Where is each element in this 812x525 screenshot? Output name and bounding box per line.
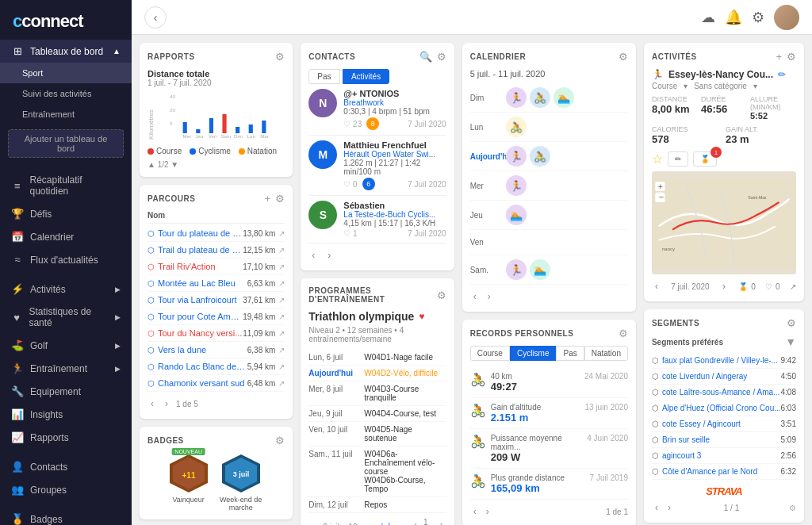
contacts-search[interactable]: 🔍	[419, 51, 432, 63]
parcours-name[interactable]: Rando Lac Blanc depu...	[158, 362, 247, 371]
sidebar-item-golf[interactable]: ⛳ Golf ▶	[0, 334, 132, 357]
parcours-name[interactable]: Trail du plateau de M...	[158, 245, 243, 255]
parcours-name[interactable]: Tour via Lanfroicourt	[158, 295, 243, 305]
sidebar-item-contacts[interactable]: 👤 Contacts	[0, 455, 132, 478]
seg-name[interactable]: cote Liverdun / Aingeray	[662, 372, 781, 381]
sidebar-item-entrainement[interactable]: 🏃 Entraînement ▶	[0, 357, 132, 380]
rec-next[interactable]: ›	[483, 504, 492, 519]
activites-add[interactable]: +	[776, 51, 782, 63]
bell-icon[interactable]: 🔔	[725, 9, 742, 26]
sidebar-item-defis[interactable]: 🏆 Défis	[0, 202, 132, 225]
parcours-settings[interactable]: ⚙	[275, 193, 285, 205]
calendrier-settings[interactable]: ⚙	[619, 51, 628, 63]
sidebar-item-suivi[interactable]: Suivi des activités	[0, 83, 132, 104]
filter-pas[interactable]: Pas	[308, 69, 339, 84]
sidebar-item-label: Entraînement	[30, 363, 87, 374]
seg-name[interactable]: cote Laître-sous-Amance / Ama...	[662, 388, 781, 397]
add-dashboard-button[interactable]: Ajouter un tableau de bord	[8, 129, 124, 158]
rec-filter-cyclisme[interactable]: Cyclisme	[510, 346, 557, 361]
records-pagination: ‹ › 1 de 1	[470, 504, 628, 519]
parcours-name[interactable]: Tour du Nancy versi...	[158, 328, 243, 338]
sidebar-item-activites[interactable]: ⚡ Activités ▶	[0, 278, 132, 301]
rapports-settings[interactable]: ⚙	[275, 51, 285, 63]
contact-activity[interactable]: Breathwork	[343, 98, 446, 107]
records-settings[interactable]: ⚙	[619, 328, 628, 339]
sidebar-item-insights[interactable]: 📊 Insights	[0, 403, 132, 426]
badges-settings[interactable]: ⚙	[275, 435, 285, 446]
cal-next[interactable]: ›	[485, 289, 494, 304]
share-icon[interactable]: ↗	[790, 282, 796, 291]
seg-prev[interactable]: ‹	[652, 500, 661, 515]
act-prev[interactable]: ‹	[652, 279, 661, 293]
arrow-icon: ↗	[278, 246, 285, 255]
prog-next[interactable]: ›	[372, 523, 381, 526]
sidebar-item-statistiques[interactable]: ♥ Statistiques de santé ▶	[0, 301, 132, 334]
sidebar-item-rapports[interactable]: 📈 Rapports	[0, 426, 132, 449]
badge-vainqueur: +11 NOUVEAU Vainqueur	[168, 453, 209, 512]
parcours-name[interactable]: Vers la dune	[158, 345, 247, 354]
contact-activity3[interactable]: La Teste-de-Buch Cyclis...	[343, 210, 446, 219]
settings-icon[interactable]: ⚙	[752, 9, 764, 26]
seg-name[interactable]: faux plat Gondreville / Villey-le-...	[662, 356, 781, 365]
parcours-actions: + ⚙	[265, 193, 285, 205]
activites-card: ACTIVITÉS + ⚙ 🏃 Essey-lès-Nancy Cou... ✏…	[644, 43, 804, 301]
prog-name: Triathlon olympique	[308, 310, 414, 323]
seg-name[interactable]: Côte d'Amance par le Nord	[662, 467, 781, 476]
badge-hex-svg: +11	[168, 453, 209, 494]
contacts-settings[interactable]: ⚙	[437, 51, 446, 63]
rec-filter-natation[interactable]: Natation	[584, 346, 628, 361]
parcours-add[interactable]: +	[265, 193, 271, 205]
activity-map[interactable]: nancy Saint-Max + −	[652, 171, 796, 274]
seg-name[interactable]: agincourt 3	[662, 451, 781, 460]
parcours-name[interactable]: Trail Riv'Action	[158, 262, 243, 271]
rec-filter-pas[interactable]: Pas	[556, 346, 584, 361]
contacts-prev[interactable]: ‹	[308, 248, 318, 262]
user-avatar[interactable]	[774, 5, 799, 30]
sidebar-item-sport[interactable]: Sport	[0, 63, 132, 83]
cloud-icon[interactable]: ☁	[701, 9, 715, 26]
prev-page[interactable]: ‹	[147, 397, 157, 411]
contact-activity2[interactable]: Hérault Open Water Swi...	[343, 150, 446, 159]
seg-settings-bottom[interactable]: ⚙	[789, 504, 796, 512]
sidebar-item-badges[interactable]: 🏅 Badges	[0, 508, 132, 525]
activites-settings[interactable]: ⚙	[787, 51, 796, 63]
parcours-name[interactable]: Tour pour Cote Aman...	[158, 312, 243, 321]
parcours-name[interactable]: Chamonix versant sud	[158, 378, 247, 388]
star-icon[interactable]: ☆	[652, 151, 663, 167]
sidebar-item-tableaux[interactable]: ⊞ Tableaux de bord ▲	[0, 40, 132, 63]
rec-prev[interactable]: ‹	[470, 504, 480, 519]
programmes-settings[interactable]: ⚙	[437, 289, 446, 301]
route-icon: ⬡	[147, 229, 155, 238]
next-page[interactable]: ›	[162, 397, 171, 411]
back-button[interactable]: ‹	[144, 6, 167, 29]
sidebar-item-equipement[interactable]: 🔧 Equipement	[0, 380, 132, 403]
prog-page-prev[interactable]: ‹	[411, 518, 420, 525]
sidebar-item-entrainement-sb[interactable]: Entraînement	[0, 104, 132, 125]
parcours-name[interactable]: Montée au Lac Bleu	[158, 278, 247, 288]
prog-page-next[interactable]: ›	[437, 518, 446, 525]
rec-filter-course[interactable]: Course	[470, 346, 510, 361]
cal-row-today: Aujourd'hui 🏃 🚴	[470, 142, 628, 171]
share-button[interactable]: ✏	[668, 151, 688, 167]
seg-filter-icon[interactable]: ▼	[785, 335, 796, 348]
seg-route-icon: ⬡	[652, 356, 659, 365]
seg-next[interactable]: ›	[665, 500, 674, 515]
seg-name[interactable]: Brin sur seille	[662, 435, 781, 444]
contacts-next[interactable]: ›	[324, 248, 334, 262]
parcours-name[interactable]: Tour du plateau de M...	[158, 228, 243, 238]
seg-name[interactable]: Alpe d'Huez (Official Crono Cou...	[662, 404, 781, 412]
seg-page-nav: ‹ ›	[652, 500, 674, 515]
sidebar-item-flux[interactable]: ≈ Flux d'actualités	[0, 248, 132, 271]
sidebar-item-label: Equipement	[30, 386, 81, 397]
filter-activites[interactable]: Activités	[343, 69, 389, 84]
cal-prev[interactable]: ‹	[470, 289, 480, 304]
act-next[interactable]: ›	[719, 279, 729, 293]
edit-icon[interactable]: ✏	[778, 69, 786, 80]
sidebar-item-recap[interactable]: ≡ Récapitulatif quotidien	[0, 169, 132, 202]
prog-prev[interactable]: ‹	[308, 523, 318, 526]
sidebar-item-groupes[interactable]: 👥 Groupes	[0, 478, 132, 501]
swim-cal-icon: 🏊	[553, 87, 574, 108]
seg-name[interactable]: cote Essey / Agincourt	[662, 420, 781, 428]
sidebar-item-calendrier[interactable]: 📅 Calendrier	[0, 225, 132, 248]
segments-settings[interactable]: ⚙	[787, 317, 796, 329]
